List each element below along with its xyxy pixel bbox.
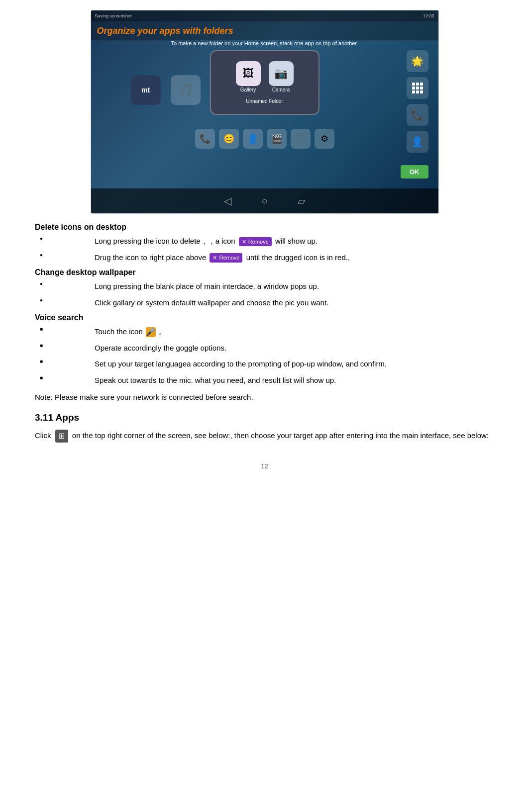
wallpaper-item-2: Click gallary or system defaultt wallpap… (35, 297, 494, 309)
folder-popup-apps: 🖼 Gallery 📷 Camera (236, 61, 294, 92)
bullet-square-4 (35, 375, 95, 380)
voice-icon: 🎤 (146, 327, 156, 337)
recents-nav-icon: ▱ (298, 195, 305, 207)
delete-item-1: Long pressing the icon to delete，，a icon… (35, 236, 494, 247)
status-bar: Saving screenshot 12:00 (91, 10, 438, 21)
folder-title-bar: Organize your apps with folders (91, 21, 438, 40)
voice-item-4: Speak out towards to the mic. what you n… (35, 375, 494, 386)
bullet-square-1 (35, 326, 95, 332)
back-nav-icon: ◁ (224, 195, 231, 207)
phone-small-icon: 📞 (195, 129, 215, 149)
home-nav-icon: ○ (261, 195, 267, 207)
camera-icon: 📷 (269, 61, 294, 86)
voice-text-1-before: Touch the icon (95, 327, 145, 336)
delete-item-2: Drug the icon to right place above ✕Remo… (35, 252, 494, 264)
bullet-square-2 (35, 343, 95, 348)
folder-name-label: Unnamed Folder (246, 98, 283, 104)
voice-item-2: Operate accordingly the goggle options. (35, 343, 494, 354)
bullet-circle-4 (35, 297, 95, 303)
voice-item-3: Set up your target languagea according t… (35, 359, 494, 370)
delete-text-1-after: will show up. (275, 237, 317, 245)
music-small-icon: 🎵 (291, 129, 311, 149)
remove-badge-1: ✕Remove (239, 237, 272, 247)
delete-text-1: Long pressing the icon to delete，，a icon… (95, 236, 494, 247)
bullet-circle-1 (35, 236, 95, 241)
ok-button[interactable]: OK (401, 165, 428, 179)
mt-app-icon: mt (131, 75, 161, 105)
apps-grid-icon (55, 430, 68, 443)
wallpaper-text-1: Long pressing the blank place of main in… (95, 281, 494, 292)
voice-text-1-period: 。 (159, 327, 166, 336)
gallery-label: Gallery (240, 87, 256, 92)
voice-text-3: Set up your target languagea according t… (95, 359, 494, 370)
sound-app-icon: 🎵 (171, 75, 201, 105)
note-text: Note: Please make sure your network is c… (35, 393, 253, 401)
bullet-circle-2 (35, 252, 95, 258)
folder-subtitle: To make a new folder on your Home screen… (91, 40, 438, 46)
wallpaper-item-1: Long pressing the blank place of main in… (35, 281, 494, 292)
delete-heading: Delete icons on desktop (35, 223, 494, 232)
delete-text-2-before: Drug the icon to right place above (95, 253, 208, 262)
settings-small-icon: ⚙ (315, 129, 334, 149)
bullet-square-3 (35, 359, 95, 364)
bullet-circle-3 (35, 281, 95, 286)
note-paragraph: Note: Please make sure your network is c… (35, 393, 494, 401)
wallpaper-text-2: Click gallary or system defaultt wallpap… (95, 297, 494, 309)
remove-badge-2: ✕Remove (210, 253, 242, 263)
voice-item-1: Touch the icon 🎤 。 (35, 326, 494, 338)
page-number: 12 (30, 462, 499, 470)
section-311-heading: 3.11 Apps (35, 412, 494, 423)
small-icons-row: 📞 😊 👤 🎬 🎵 ⚙ (91, 129, 438, 149)
nav-bar: ◁ ○ ▱ (91, 188, 438, 213)
phone-app-icon: 📞 (407, 104, 428, 126)
screenshot-container: Saving screenshot 12:00 Organize your ap… (91, 10, 439, 214)
wallpaper-heading: Change desktop wallpaper (35, 268, 494, 277)
folder-title-text: Organize your apps with folders (97, 26, 233, 36)
apps-text-click: Click (35, 431, 53, 440)
delete-text-2-after: until the drugged icon is in red., (246, 253, 350, 262)
gallery-icon: 🖼 (236, 61, 261, 86)
voice-text-2: Operate accordingly the goggle options. (95, 343, 494, 354)
film-small-icon: 🎬 (267, 129, 287, 149)
delete-text-1-before: Long pressing the icon to delete，，a icon (95, 237, 237, 245)
grid-app-icon (407, 77, 428, 99)
voice-text-1: Touch the icon 🎤 。 (95, 326, 494, 338)
delete-text-2: Drug the icon to right place above ✕Remo… (95, 252, 494, 264)
voice-text-4: Speak out towards to the mic. what you n… (95, 375, 494, 386)
camera-label: Camera (272, 87, 290, 92)
content-area: Delete icons on desktop Long pressing th… (30, 223, 499, 443)
contacts-small-icon: 👤 (243, 129, 263, 149)
apps-paragraph: Click on the top right corner of the scr… (35, 429, 494, 443)
folder-popup: 🖼 Gallery 📷 Camera Unnamed Folder (210, 50, 319, 115)
face-small-icon: 😊 (219, 129, 239, 149)
voice-heading: Voice search (35, 313, 494, 322)
yellow-app-icon: 🌟 (407, 50, 428, 72)
apps-text-rest: on the top right corner of the screen, s… (72, 431, 489, 440)
